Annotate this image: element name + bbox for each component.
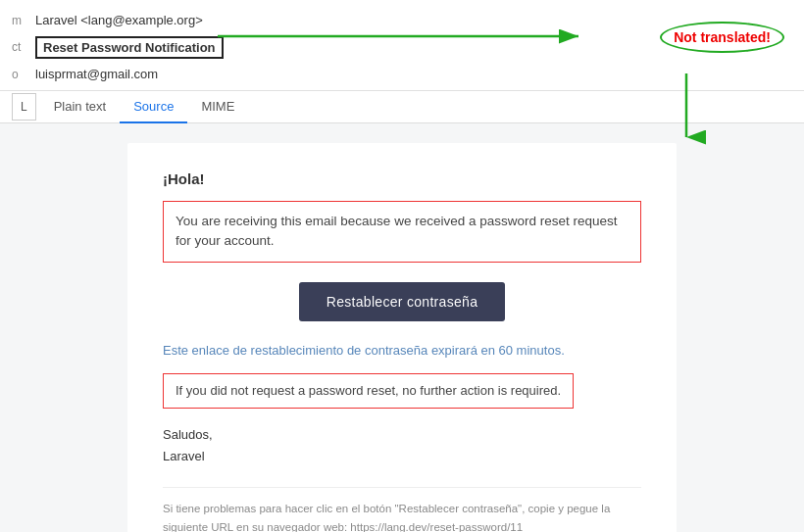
salutation-line2: Laravel	[163, 446, 641, 467]
to-value: luisprmat@gmail.com	[35, 65, 158, 84]
to-label: o	[12, 66, 29, 83]
no-action-text: If you did not request a password reset,…	[163, 373, 574, 409]
tab-l[interactable]: L	[12, 93, 36, 121]
tab-mime[interactable]: MIME	[187, 91, 248, 123]
subject-value: Reset Password Notification	[35, 36, 224, 59]
expiry-text: Este enlace de restablecimiento de contr…	[163, 341, 641, 361]
footer-text: Si tiene problemas para hacer clic en el…	[163, 487, 641, 532]
salutation: Saludos, Laravel	[163, 424, 641, 467]
greeting: ¡Hola!	[163, 170, 641, 187]
footer-content: Si tiene problemas para hacer clic en el…	[163, 503, 610, 532]
from-label: m	[12, 12, 29, 29]
btn-area: Restablecer contraseña	[163, 282, 641, 321]
subject-label: ct	[12, 40, 29, 54]
email-content-card: ¡Hola! You are receiving this email beca…	[127, 143, 677, 532]
reset-password-button[interactable]: Restablecer contraseña	[299, 282, 505, 321]
tabs-bar: L Plain text Source MIME	[0, 91, 804, 123]
no-action-wrapper: If you did not request a password reset,…	[163, 373, 641, 424]
salutation-line1: Saludos,	[163, 424, 641, 446]
email-body: ¡Hola! You are receiving this email beca…	[0, 123, 804, 532]
not-translated-badge: Not translated!	[660, 22, 784, 53]
intro-text: You are receiving this email because we …	[163, 201, 641, 263]
tab-source[interactable]: Source	[120, 91, 187, 123]
tab-plain-text[interactable]: Plain text	[40, 91, 120, 123]
from-value: Laravel <lang@example.org>	[35, 11, 203, 30]
